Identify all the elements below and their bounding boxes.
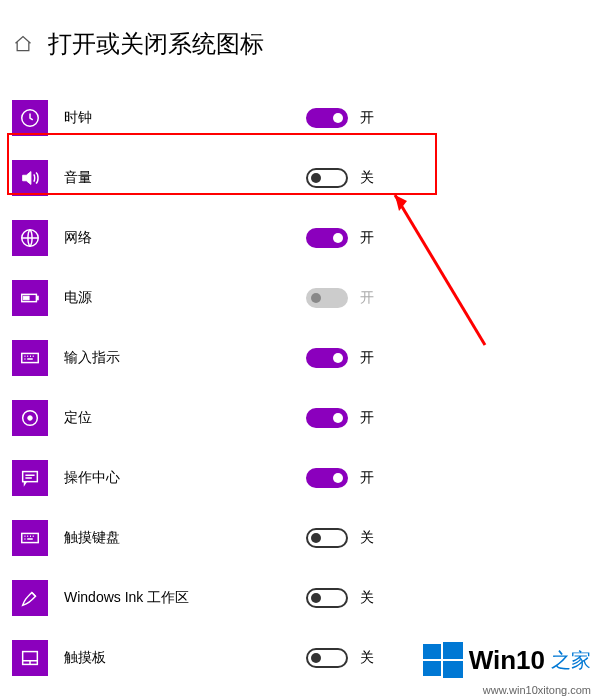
- toggle-label-touchpad: 关: [360, 649, 374, 667]
- target-icon: [12, 400, 48, 436]
- toggle-touchpad[interactable]: [306, 648, 348, 668]
- toggle-label-ime: 开: [360, 349, 374, 367]
- keyboard-icon: [12, 520, 48, 556]
- clock-icon: [12, 100, 48, 136]
- svg-rect-14: [443, 642, 463, 659]
- svg-rect-4: [24, 296, 29, 300]
- watermark-text-2: 之家: [551, 647, 591, 674]
- row-label-clock: 时钟: [64, 109, 92, 127]
- toggle-network[interactable]: [306, 228, 348, 248]
- toggle-clock[interactable]: [306, 108, 348, 128]
- pen-icon: [12, 580, 48, 616]
- row-label-network: 网络: [64, 229, 92, 247]
- row-label-volume: 音量: [64, 169, 92, 187]
- touchpad-icon: [12, 640, 48, 676]
- row-clock: 时钟开: [12, 88, 587, 148]
- svg-rect-8: [23, 472, 38, 482]
- home-icon: [13, 34, 33, 54]
- row-power: 电源开: [12, 268, 587, 328]
- watermark-text-1: Win10: [469, 645, 545, 676]
- toggle-label-power: 开: [360, 289, 374, 307]
- row-volume: 音量关: [12, 148, 587, 208]
- toggle-label-network: 开: [360, 229, 374, 247]
- toggle-power: [306, 288, 348, 308]
- svg-rect-16: [443, 661, 463, 678]
- toggle-ink[interactable]: [306, 588, 348, 608]
- row-label-power: 电源: [64, 289, 92, 307]
- row-action: 操作中心开: [12, 448, 587, 508]
- svg-rect-13: [423, 644, 441, 659]
- page-title: 打开或关闭系统图标: [48, 28, 264, 60]
- svg-point-7: [28, 416, 33, 421]
- svg-rect-5: [22, 353, 39, 362]
- row-ime: 输入指示开: [12, 328, 587, 388]
- row-location: 定位开: [12, 388, 587, 448]
- svg-rect-3: [36, 296, 38, 300]
- home-button[interactable]: [12, 33, 34, 55]
- row-ink: Windows Ink 工作区关: [12, 568, 587, 628]
- row-label-touchkb: 触摸键盘: [64, 529, 120, 547]
- globe-icon: [12, 220, 48, 256]
- windows-logo-icon: [423, 640, 463, 680]
- volume-icon: [12, 160, 48, 196]
- row-label-touchpad: 触摸板: [64, 649, 106, 667]
- toggle-label-touchkb: 关: [360, 529, 374, 547]
- toggle-label-volume: 关: [360, 169, 374, 187]
- keyboard-icon: [12, 340, 48, 376]
- toggle-label-location: 开: [360, 409, 374, 427]
- svg-rect-15: [423, 661, 441, 676]
- toggle-ime[interactable]: [306, 348, 348, 368]
- row-touchkb: 触摸键盘关: [12, 508, 587, 568]
- message-icon: [12, 460, 48, 496]
- watermark-url: www.win10xitong.com: [483, 684, 591, 696]
- battery-icon: [12, 280, 48, 316]
- row-label-action: 操作中心: [64, 469, 120, 487]
- row-label-ink: Windows Ink 工作区: [64, 589, 189, 607]
- toggle-touchkb[interactable]: [306, 528, 348, 548]
- watermark: Win10 之家: [423, 640, 591, 680]
- toggle-location[interactable]: [306, 408, 348, 428]
- row-network: 网络开: [12, 208, 587, 268]
- toggle-label-clock: 开: [360, 109, 374, 127]
- svg-rect-9: [22, 533, 39, 542]
- row-label-location: 定位: [64, 409, 92, 427]
- toggle-label-ink: 关: [360, 589, 374, 607]
- toggle-label-action: 开: [360, 469, 374, 487]
- toggle-volume[interactable]: [306, 168, 348, 188]
- toggle-action[interactable]: [306, 468, 348, 488]
- row-label-ime: 输入指示: [64, 349, 120, 367]
